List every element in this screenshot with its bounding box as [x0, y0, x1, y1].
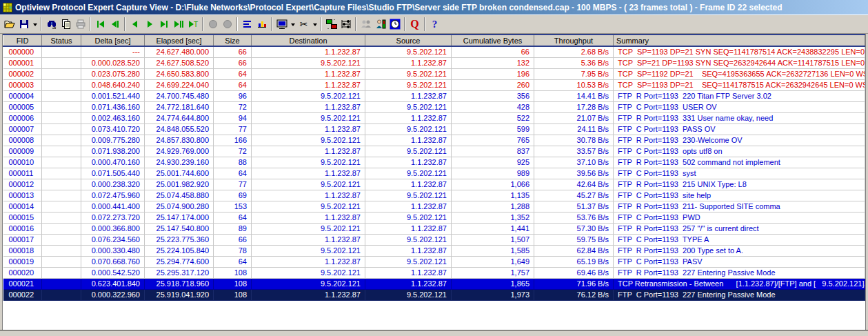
experts-button[interactable] [359, 17, 373, 32]
cell-status [42, 223, 81, 234]
frame-row-000001[interactable]: 0000010.000.028.52024.627.508.520669.5.2… [3, 57, 865, 68]
cell-cumulative-bytes: 522 [452, 112, 534, 123]
column-header-cumulative-bytes[interactable]: Cumulative Bytes [452, 34, 534, 46]
column-header-summary[interactable]: Summary [614, 34, 865, 46]
frame-row-000007[interactable]: 0000070.073.410.72024.848.055.520771.1.2… [3, 123, 865, 135]
cell-elapsed-sec: 24.929.769.000 [145, 146, 214, 157]
frame-row-000020[interactable]: 0000200.000.542.52025.295.317.1201089.5.… [3, 267, 865, 278]
statistics-button[interactable] [254, 17, 269, 32]
cell-destination: 9.5.202.121 [252, 223, 365, 234]
cell-delta-sec: 0.000.238.320 [81, 179, 145, 190]
frame-row-000022[interactable]: 0000220.000.322.96025.919.041.9201081.1.… [3, 289, 865, 300]
frame-row-000012[interactable]: 0000120.000.238.32025.001.982.920779.5.2… [3, 179, 865, 190]
copy-button[interactable] [59, 17, 73, 32]
frame-row-000006[interactable]: 0000060.002.463.16024.774.644.800949.5.2… [3, 112, 865, 123]
toolbar-separator [124, 17, 125, 31]
column-header-delta-sec[interactable]: Delta [sec] [81, 34, 145, 46]
frame-row-000010[interactable]: 0000100.000.470.16024.930.239.160889.5.2… [3, 157, 865, 168]
capture-filter-dropdown[interactable] [311, 17, 319, 32]
cell-status [42, 90, 81, 101]
frame-row-000017[interactable]: 0000170.076.234.56025.223.775.360661.1.2… [3, 234, 865, 245]
frame-row-000011[interactable]: 0000110.071.505.44025.001.744.600641.1.2… [3, 168, 865, 179]
print-button[interactable] [73, 17, 88, 32]
cell-status [42, 135, 81, 146]
cell-destination: 1.1.232.87 [252, 190, 365, 201]
cell-cumulative-bytes: 1,757 [452, 267, 534, 278]
frame-row-000019[interactable]: 0000190.070.668.76025.294.774.600641.1.2… [3, 256, 865, 267]
cell-size: 66 [214, 46, 252, 57]
stop-button[interactable] [220, 17, 234, 32]
frame-row-000016[interactable]: 0000160.000.366.80025.147.540.800899.5.2… [3, 223, 865, 234]
prev-marked-frame-button[interactable] [108, 17, 122, 32]
cell-status [42, 79, 81, 90]
frame-row-000002[interactable]: 0000020.023.075.28024.650.583.800641.1.2… [3, 68, 865, 79]
save-icon [19, 19, 30, 30]
monitor-view-button[interactable] [274, 17, 289, 32]
expert-view-button[interactable] [373, 17, 387, 32]
column-header-fid[interactable]: FID [3, 34, 42, 46]
cell-cumulative-bytes: 196 [452, 68, 534, 79]
cell-status [42, 68, 81, 79]
save-button[interactable] [17, 17, 31, 32]
column-header-source[interactable]: Source [365, 34, 452, 46]
cell-cumulative-bytes: 1,288 [452, 201, 534, 212]
save-dropdown[interactable] [31, 17, 39, 32]
frame-row-000013[interactable]: 0000130.072.475.96025.074.458.880691.1.2… [3, 190, 865, 201]
toolbar-separator [321, 17, 322, 31]
cell-elapsed-sec: 24.650.583.800 [145, 68, 214, 79]
first-frame-button[interactable] [93, 17, 108, 32]
last-frame-button[interactable] [171, 17, 185, 32]
column-header-throughput[interactable]: Throughput [534, 34, 614, 46]
frame-row-000000[interactable]: 000000---24.627.480.000661.1.232.879.5.2… [3, 46, 865, 57]
cell-destination: 9.5.202.121 [252, 157, 365, 168]
capture-to-buffer-button[interactable] [324, 17, 339, 32]
cell-fid: 000004 [3, 90, 42, 101]
frame-row-000015[interactable]: 0000150.072.273.72025.147.174.000641.1.2… [3, 212, 865, 223]
next-marked-frame-button[interactable] [157, 17, 171, 32]
cell-summary: TCP SP=21 DP=1193 SYN SEQ=2632942644 ACK… [614, 57, 865, 68]
frame-row-000008[interactable]: 0000080.009.775.28024.857.830.8001669.5.… [3, 135, 865, 146]
prev-frame-icon [130, 19, 141, 30]
cell-source: 1.1.232.87 [365, 223, 452, 234]
cell-destination: 9.5.202.121 [252, 112, 365, 123]
cell-throughput: 71.96 B/s [534, 278, 614, 289]
frame-row-000003[interactable]: 0000030.048.640.24024.699.224.040641.1.2… [3, 79, 865, 90]
column-header-size[interactable]: Size [214, 34, 252, 46]
goto-trigger-button[interactable]: T [185, 17, 200, 32]
frame-row-000021[interactable]: 0000210.623.401.84025.918.718.9601089.5.… [3, 278, 865, 289]
column-header-status[interactable]: Status [42, 34, 81, 46]
cell-source: 9.5.202.121 [365, 256, 452, 267]
cell-status [42, 101, 81, 112]
cell-fid: 000003 [3, 79, 42, 90]
find-button[interactable] [44, 17, 59, 32]
toolbar-separator [355, 17, 356, 31]
help-button[interactable]: ? [427, 17, 442, 32]
cell-destination: 1.1.232.87 [252, 146, 365, 157]
window-bottom-frame [0, 330, 868, 336]
column-header-elapsed-sec[interactable]: Elapsed [sec] [145, 34, 214, 46]
frame-row-000009[interactable]: 0000090.071.938.20024.929.769.000721.1.2… [3, 146, 865, 157]
prev-frame-button[interactable] [128, 17, 142, 32]
record-button[interactable] [205, 17, 220, 32]
cell-summary: FTP C Port=1193 syst [614, 168, 865, 179]
monitor-view-dropdown[interactable] [289, 17, 296, 32]
cell-cumulative-bytes: 1,649 [452, 256, 534, 267]
cell-destination: 1.1.232.87 [252, 168, 365, 179]
frame-row-000004[interactable]: 0000040.001.521.44024.700.745.480969.5.2… [3, 90, 865, 101]
cell-source: 9.5.202.121 [365, 101, 452, 112]
sequence-view-button[interactable] [339, 17, 353, 32]
capture-filter-button[interactable]: ✂ [296, 17, 311, 32]
cell-summary: FTP C Port=1193 PASS OV [614, 123, 865, 135]
cell-size: 64 [214, 212, 252, 223]
frame-row-000005[interactable]: 0000050.071.436.16024.772.181.640721.1.2… [3, 101, 865, 112]
frame-row-000014[interactable]: 0000140.000.441.40025.074.900.2801539.5.… [3, 201, 865, 212]
qos-button[interactable]: Q [407, 17, 422, 32]
column-header-destination[interactable]: Destination [252, 34, 365, 46]
open-button[interactable] [2, 17, 17, 32]
cell-throughput: 57.30 B/s [534, 223, 614, 234]
toolbar-separator [404, 17, 405, 31]
retime-button[interactable] [387, 17, 402, 32]
next-frame-button[interactable] [142, 17, 157, 32]
frame-row-000018[interactable]: 0000180.000.330.48025.224.105.840789.5.2… [3, 245, 865, 256]
frame-summary-button[interactable] [240, 17, 254, 32]
